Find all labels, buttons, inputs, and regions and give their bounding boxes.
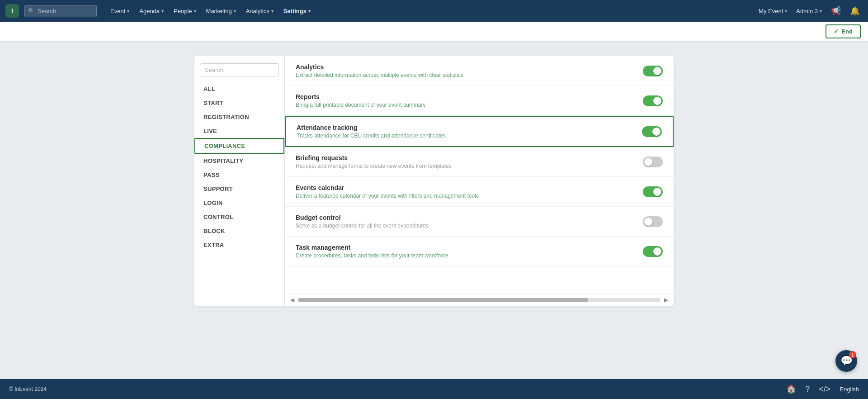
- sidebar-item-compliance[interactable]: COMPLIANCE: [194, 138, 284, 154]
- end-button[interactable]: ✓ End: [826, 24, 861, 38]
- scroll-track[interactable]: [298, 298, 660, 302]
- nav-item-analytics[interactable]: Analytics ▾: [241, 5, 278, 17]
- bell-icon[interactable]: 🔔: [847, 4, 863, 18]
- nav-item-marketing[interactable]: Marketing ▾: [202, 5, 241, 17]
- feature-info-reports: Reports Bring a full printable document …: [296, 93, 643, 108]
- chat-badge: 1: [849, 351, 856, 358]
- help-icon[interactable]: ?: [805, 385, 810, 394]
- feature-row-events-calendar: Events calendar Deliver a featured calen…: [285, 177, 674, 207]
- feature-info-briefing: Briefing requests Request and manage for…: [296, 154, 643, 169]
- sidebar-item-extra[interactable]: EXTRA: [194, 238, 284, 252]
- footer-right: 🏠 ? </> English: [786, 384, 859, 394]
- chevron-down-icon: ▾: [785, 9, 787, 14]
- scroll-bar: ◀ ▶: [285, 294, 674, 306]
- settings-sidebar: ALL START REGISTRATION LIVE COMPLIANCE H…: [194, 56, 285, 306]
- sidebar-item-block[interactable]: BLOCK: [194, 224, 284, 238]
- feature-info-events-calendar: Events calendar Deliver a featured calen…: [296, 184, 643, 199]
- feature-info-analytics: Analytics Extract detailed information a…: [296, 63, 643, 78]
- checkmark-icon: ✓: [834, 28, 839, 35]
- nav-item-agenda[interactable]: Agenda ▾: [135, 5, 168, 17]
- chat-fab-button[interactable]: 💬 1: [835, 350, 857, 372]
- my-event-selector[interactable]: My Event ▾: [756, 6, 790, 16]
- toggle-task-management[interactable]: [643, 246, 663, 257]
- feature-row-analytics: Analytics Extract detailed information a…: [285, 56, 674, 86]
- sidebar-item-hospitality[interactable]: HOSPITALITY: [194, 154, 284, 168]
- sidebar-item-live[interactable]: LIVE: [194, 124, 284, 138]
- top-navigation: I 🔍 Event ▾ Agenda ▾ People ▾ Marketing …: [0, 0, 868, 22]
- feature-row-briefing-requests: Briefing requests Request and manage for…: [285, 147, 674, 177]
- scroll-left-arrow[interactable]: ◀: [290, 297, 294, 303]
- chevron-down-icon: ▾: [234, 9, 236, 14]
- sidebar-item-support[interactable]: SUPPORT: [194, 182, 284, 196]
- admin-selector[interactable]: Admin 3 ▾: [793, 6, 825, 16]
- chevron-down-icon: ▾: [194, 9, 196, 14]
- settings-panel: ALL START REGISTRATION LIVE COMPLIANCE H…: [194, 56, 674, 306]
- sidebar-item-login[interactable]: LOGIN: [194, 196, 284, 210]
- sidebar-item-pass[interactable]: PASS: [194, 168, 284, 182]
- toggle-events-calendar[interactable]: [643, 186, 663, 197]
- chevron-down-icon: ▾: [308, 9, 311, 14]
- sidebar-item-control[interactable]: CONTROL: [194, 210, 284, 224]
- toggle-budget-control[interactable]: [643, 216, 663, 227]
- footer: © InEvent 2024 🏠 ? </> English: [0, 379, 868, 399]
- features-content: Analytics Extract detailed information a…: [285, 56, 674, 306]
- toolbar: ✓ End: [0, 22, 868, 42]
- sidebar-search-wrap: [194, 63, 284, 82]
- feature-row-task-management: Task management Create procedures, tasks…: [285, 237, 674, 266]
- main-content: ALL START REGISTRATION LIVE COMPLIANCE H…: [0, 42, 868, 379]
- nav-search-wrap: 🔍: [24, 5, 97, 17]
- nav-search-input[interactable]: [24, 5, 97, 17]
- feature-info-attendance: Attendance tracking Tracks attendance fo…: [297, 124, 642, 139]
- language-selector[interactable]: English: [840, 386, 859, 393]
- scroll-thumb: [298, 298, 588, 302]
- chevron-down-icon: ▾: [127, 9, 129, 14]
- app-logo[interactable]: I: [5, 4, 19, 18]
- chevron-down-icon: ▾: [161, 9, 164, 14]
- sidebar-item-registration[interactable]: REGISTRATION: [194, 110, 284, 124]
- nav-item-settings[interactable]: Settings ▾: [279, 5, 315, 17]
- feature-row-budget-control: Budget control Serve as a budget control…: [285, 207, 674, 237]
- chevron-down-icon: ▾: [271, 9, 274, 14]
- copyright-text: © InEvent 2024: [9, 386, 47, 392]
- toggle-analytics[interactable]: [643, 66, 663, 76]
- feature-info-task-management: Task management Create procedures, tasks…: [296, 244, 643, 259]
- feature-row-reports: Reports Bring a full printable document …: [285, 86, 674, 116]
- broadcast-icon[interactable]: 📢: [828, 4, 844, 18]
- sidebar-item-all[interactable]: ALL: [194, 82, 284, 96]
- toggle-reports[interactable]: [643, 95, 663, 106]
- scroll-right-arrow[interactable]: ▶: [664, 297, 668, 303]
- toggle-attendance-tracking[interactable]: [642, 126, 662, 137]
- code-icon[interactable]: </>: [819, 385, 830, 394]
- home-icon[interactable]: 🏠: [786, 384, 796, 394]
- nav-menu: Event ▾ Agenda ▾ People ▾ Marketing ▾ An…: [106, 5, 754, 17]
- nav-item-people[interactable]: People ▾: [169, 5, 200, 17]
- chevron-down-icon: ▾: [820, 9, 822, 14]
- toggle-briefing-requests[interactable]: [643, 157, 663, 167]
- nav-item-event[interactable]: Event ▾: [106, 5, 134, 17]
- nav-right: My Event ▾ Admin 3 ▾ 📢 🔔: [756, 4, 863, 18]
- feature-row-attendance-tracking: Attendance tracking Tracks attendance fo…: [285, 116, 674, 147]
- sidebar-search-input[interactable]: [200, 63, 279, 76]
- feature-info-budget-control: Budget control Serve as a budget control…: [296, 214, 643, 229]
- sidebar-item-start[interactable]: START: [194, 96, 284, 110]
